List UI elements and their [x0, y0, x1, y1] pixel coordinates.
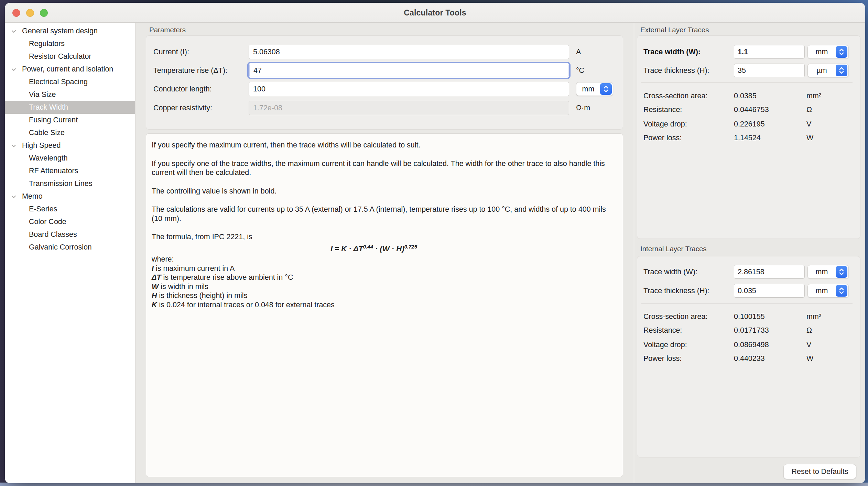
- minimize-button[interactable]: [26, 9, 34, 17]
- temperature-rise-input[interactable]: [249, 63, 569, 78]
- internal-result-row: Cross-section area:0.100155mm²: [637, 311, 860, 322]
- sidebar-item-board-classes[interactable]: Board Classes: [5, 228, 135, 241]
- temperature-rise-unit: °C: [576, 63, 584, 78]
- external-layer-traces-label: External Layer Traces: [640, 26, 709, 34]
- sidebar-item-wavelength[interactable]: Wavelength: [5, 152, 135, 165]
- sidebar-item-label: Board Classes: [5, 230, 77, 239]
- calculator-tree-sidebar: General system design Regulators Resisto…: [5, 23, 135, 483]
- sidebar-item-label: Resistor Calculator: [5, 52, 91, 61]
- internal-trace-thickness-unit-value: mm: [808, 287, 836, 295]
- external-result-row: Cross-section area:0.0385mm²: [637, 90, 860, 101]
- internal-result-row: Power loss:0.440233W: [637, 353, 860, 364]
- help-paragraph: If you specify one of the trace widths, …: [152, 159, 609, 177]
- parameters-section-label: Parameters: [149, 26, 186, 34]
- chevron-down-icon: [11, 67, 17, 73]
- traffic-lights: [12, 9, 48, 17]
- external-layer-traces-groupbox: Trace width (W): mm Trace thickness (H):…: [637, 35, 860, 239]
- sidebar-item-cable-size[interactable]: Cable Size: [5, 126, 135, 139]
- external-trace-thickness-label: Trace thickness (H):: [643, 64, 709, 77]
- sidebar-item-e-series[interactable]: E-Series: [5, 203, 135, 216]
- sidebar-item-high-speed[interactable]: High Speed: [5, 139, 135, 152]
- sidebar-item-galvanic-corrosion[interactable]: Galvanic Corrosion: [5, 241, 135, 254]
- sidebar-item-rf-attenuators[interactable]: RF Attenuators: [5, 165, 135, 177]
- where-definition: K is 0.024 for internal traces or 0.048 …: [152, 300, 617, 310]
- external-trace-width-input[interactable]: [734, 45, 805, 59]
- help-paragraph: The controlling value is shown in bold.: [152, 187, 609, 196]
- external-trace-width-unit-dropdown[interactable]: mm: [807, 45, 849, 59]
- temperature-rise-label: Temperature rise (ΔT):: [153, 63, 227, 78]
- sidebar-item-label: RF Attenuators: [5, 167, 78, 175]
- external-trace-width-label: Trace width (W):: [643, 45, 701, 59]
- sidebar-item-track-width[interactable]: Track Width: [5, 101, 135, 114]
- external-result-row: Voltage drop:0.226195V: [637, 119, 860, 130]
- copper-resistivity-input: [249, 101, 569, 115]
- internal-trace-thickness-unit-dropdown[interactable]: mm: [807, 284, 849, 298]
- help-text-box: If you specify the maximum current, then…: [146, 133, 623, 477]
- external-trace-thickness-input[interactable]: [734, 64, 805, 77]
- external-trace-width-unit-value: mm: [808, 48, 836, 56]
- calculator-tools-window: Calculator Tools General system design R…: [5, 3, 865, 483]
- track-width-calculator-panel: Parameters Current (I): A Temperature ri…: [135, 23, 634, 483]
- sidebar-item-general-system-design[interactable]: General system design: [5, 25, 135, 37]
- conductor-length-label: Conductor length:: [153, 82, 212, 96]
- reset-to-defaults-button[interactable]: Reset to Defaults: [783, 464, 856, 479]
- help-paragraph: If you specify the maximum current, then…: [152, 141, 609, 150]
- sidebar-item-label: Electrical Spacing: [5, 78, 88, 86]
- trace-results-panel: External Layer Traces Trace width (W): m…: [634, 23, 865, 483]
- conductor-length-unit-dropdown[interactable]: mm: [576, 82, 613, 96]
- internal-trace-width-unit-dropdown[interactable]: mm: [807, 265, 849, 279]
- stepper-chevrons-icon: [836, 266, 847, 278]
- external-result-row: Resistance:0.0446753Ω: [637, 104, 860, 115]
- sidebar-item-label: Regulators: [5, 40, 65, 48]
- formula-intro: The formula, from IPC 2221, is: [152, 232, 609, 242]
- stepper-chevrons-icon: [836, 46, 847, 58]
- stepper-chevrons-icon: [836, 65, 847, 76]
- sidebar-item-label: Transmission Lines: [5, 179, 92, 188]
- where-definition: W is width in mils: [152, 282, 617, 291]
- divider: [641, 303, 853, 304]
- sidebar-item-label: General system design: [5, 27, 98, 35]
- internal-trace-width-label: Trace width (W):: [643, 265, 697, 279]
- zoom-button[interactable]: [40, 9, 48, 17]
- window-title: Calculator Tools: [5, 3, 865, 23]
- chevron-down-icon: [11, 194, 17, 200]
- copper-resistivity-unit: Ω·m: [576, 101, 590, 115]
- stepper-chevrons-icon: [600, 83, 612, 95]
- close-button[interactable]: [12, 9, 20, 17]
- current-input[interactable]: [249, 45, 569, 59]
- external-result-row: Power loss:1.14524W: [637, 132, 860, 143]
- sidebar-item-fusing-current[interactable]: Fusing Current: [5, 114, 135, 126]
- sidebar-item-color-code[interactable]: Color Code: [5, 216, 135, 228]
- conductor-length-input[interactable]: [249, 82, 569, 96]
- current-label: Current (I):: [153, 45, 189, 59]
- chevron-down-icon: [11, 29, 17, 35]
- sidebar-item-transmission-lines[interactable]: Transmission Lines: [5, 177, 135, 190]
- sidebar-item-label: Track Width: [5, 103, 68, 112]
- external-trace-thickness-unit-value: µm: [808, 66, 836, 75]
- external-trace-thickness-unit-dropdown[interactable]: µm: [807, 64, 849, 77]
- sidebar-item-via-size[interactable]: Via Size: [5, 88, 135, 101]
- divider: [641, 82, 853, 83]
- where-definition: ΔT is temperature rise above ambient in …: [152, 273, 617, 282]
- conductor-length-unit-value: mm: [576, 85, 600, 93]
- internal-trace-thickness-input[interactable]: [734, 284, 805, 298]
- sidebar-item-label: Galvanic Corrosion: [5, 243, 92, 252]
- sidebar-item-label: Fusing Current: [5, 116, 78, 124]
- ipc2221-formula: I = K · ΔT0.44 · (W · H)0.725: [330, 242, 617, 254]
- sidebar-item-regulators[interactable]: Regulators: [5, 37, 135, 50]
- title-bar: Calculator Tools: [5, 3, 865, 23]
- where-label: where:: [152, 255, 617, 264]
- sidebar-item-memo[interactable]: Memo: [5, 190, 135, 203]
- internal-layer-traces-groupbox: Trace width (W): mm Trace thickness (H):…: [637, 256, 860, 457]
- stepper-chevrons-icon: [836, 285, 847, 297]
- sidebar-item-power-current-isolation[interactable]: Power, current and isolation: [5, 63, 135, 76]
- current-unit: A: [576, 45, 581, 59]
- help-paragraph: The calculations are valid for currents …: [152, 205, 609, 223]
- internal-trace-width-input[interactable]: [734, 265, 805, 279]
- sidebar-item-electrical-spacing[interactable]: Electrical Spacing: [5, 76, 135, 88]
- sidebar-item-label: Color Code: [5, 218, 66, 226]
- sidebar-item-label: Power, current and isolation: [5, 65, 113, 74]
- where-definition: H is thickness (height) in mils: [152, 291, 617, 300]
- sidebar-item-resistor-calculator[interactable]: Resistor Calculator: [5, 50, 135, 63]
- internal-trace-width-unit-value: mm: [808, 268, 836, 276]
